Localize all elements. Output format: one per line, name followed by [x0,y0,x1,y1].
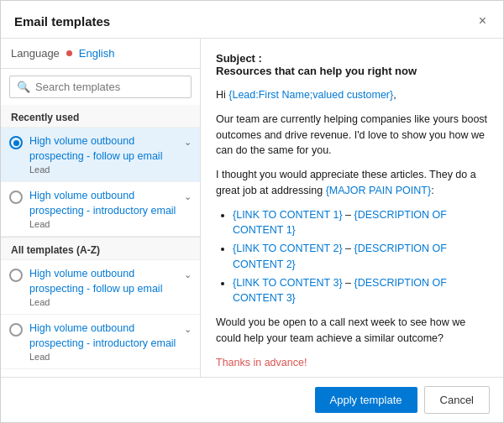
token-pain-point: {MAJOR PAIN POINT} [326,185,432,196]
right-panel: Subject : Resources that can help you ri… [201,39,503,377]
email-body: Hi {Lead:First Name;valued customer}, Ou… [216,87,488,377]
email-para-1: Our team are currently helping companies… [216,112,488,159]
template-item[interactable]: High volume outbound prospecting - intro… [1,182,200,237]
search-icon: 🔍 [17,81,30,93]
dialog-title: Email templates [14,14,110,29]
cancel-button[interactable]: Cancel [424,386,490,414]
list-item: {LINK TO CONTENT 3} – {DESCRIPTION OF CO… [233,275,488,307]
template-name-2: High volume outbound prospecting - intro… [29,189,177,218]
language-label: Language [11,47,60,60]
template-name-3: High volume outbound prospecting - follo… [29,267,177,296]
token-link-1: {LINK TO CONTENT 1} [233,209,343,221]
token-lead-name: {Lead:First Name;valued customer} [228,89,393,101]
radio-button-2[interactable] [9,191,23,204]
language-required-dot [66,50,72,56]
template-info-4: High volume outbound prospecting - intro… [29,321,177,362]
thanks-line: Thanks in advance! [216,355,488,371]
template-item[interactable]: High volume outbound prospecting - intro… [1,315,200,369]
apply-template-button[interactable]: Apply template [315,387,417,413]
subject-value: Resources that can help you right now [216,65,417,77]
content-list: {LINK TO CONTENT 1} – {DESCRIPTION OF CO… [233,207,488,307]
template-name-1: High volume outbound prospecting - follo… [29,134,177,164]
radio-button-1[interactable] [9,136,23,149]
template-list: Recently used High volume outbound prosp… [1,105,200,377]
template-tag-1: Lead [29,164,177,175]
list-item: {LINK TO CONTENT 1} – {DESCRIPTION OF CO… [233,207,488,239]
email-para-3: Would you be open to a call next week to… [216,315,488,347]
language-value[interactable]: English [79,47,115,60]
subject-label: Subject : [216,52,262,65]
email-templates-dialog: Email templates × Language English 🔍 Rec… [0,0,504,423]
all-templates-label: All templates (A-Z) [1,237,200,260]
template-tag-2: Lead [29,219,177,229]
dialog-body: Language English 🔍 Recently used High vo… [1,39,503,377]
token-link-3: {LINK TO CONTENT 3} [233,277,343,289]
recently-used-label: Recently used [1,105,200,128]
template-item[interactable]: High volume outbound prospecting - follo… [1,260,200,315]
close-button[interactable]: × [475,13,490,29]
template-tag-4: Lead [29,352,177,362]
list-item: {LINK TO CONTENT 2} – {DESCRIPTION OF CO… [233,241,488,273]
email-preview: Subject : Resources that can help you ri… [201,39,503,377]
search-input[interactable] [35,81,184,93]
template-tag-3: Lead [29,297,177,307]
template-name-4: High volume outbound prospecting - intro… [29,321,177,351]
chevron-icon-4[interactable]: ⌄ [184,324,192,335]
language-row: Language English [1,39,200,69]
subject-line: Subject : Resources that can help you ri… [216,52,488,77]
email-greeting: Hi {Lead:First Name;valued customer}, [216,87,488,103]
dialog-header: Email templates × [1,1,503,39]
template-item[interactable]: High volume outbound prospecting - follo… [1,128,200,182]
left-panel: Language English 🔍 Recently used High vo… [1,39,201,377]
dialog-footer: Apply template Cancel [1,377,503,422]
token-link-2: {LINK TO CONTENT 2} [233,243,343,254]
template-info-2: High volume outbound prospecting - intro… [29,189,177,229]
template-info-1: High volume outbound prospecting - follo… [29,134,177,175]
search-box[interactable]: 🔍 [9,76,192,98]
email-para-2: I thought you would appreciate these art… [216,167,488,199]
chevron-icon-3[interactable]: ⌄ [184,269,192,280]
chevron-icon-1[interactable]: ⌄ [184,137,192,148]
radio-button-3[interactable] [9,269,23,282]
radio-button-4[interactable] [9,323,23,337]
template-info-3: High volume outbound prospecting - follo… [29,267,177,307]
chevron-icon-2[interactable]: ⌄ [184,191,192,202]
